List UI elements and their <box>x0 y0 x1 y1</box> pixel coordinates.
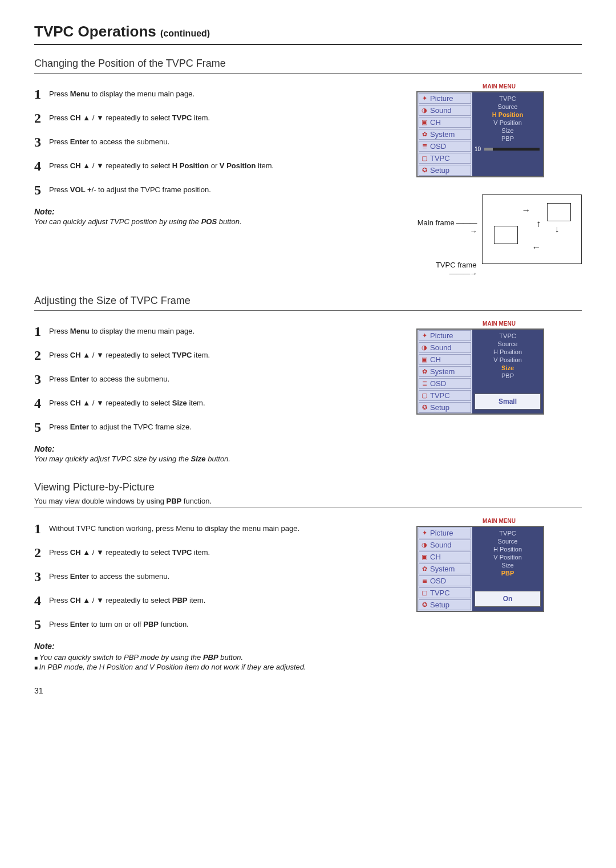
size-result: Small <box>475 394 541 409</box>
page-title: TVPC Operations (continued) <box>34 23 582 45</box>
step-text: Press CH ▲ / ▼ repeatedly to select H Po… <box>49 159 274 170</box>
position-slider: 10 <box>475 146 541 152</box>
note-label: Note: <box>34 207 403 216</box>
menu-mock-pbp: MAIN MENU ✦Picture ◑Sound ▣CH ✿System ≣O… <box>416 516 582 612</box>
osd-icon: ≣ <box>420 143 428 151</box>
menu-header: MAIN MENU <box>416 516 582 526</box>
menu-mock-position: MAIN MENU ✦Picture ◑Sound ▣CH ✿System ≣O… <box>416 82 582 177</box>
divider <box>34 508 582 508</box>
tvpc-frame-label: TVPC frame <box>416 261 476 278</box>
menu-mock-size: MAIN MENU ✦Picture ◑Sound ▣CH ✿System ≣O… <box>416 319 582 415</box>
frame-diagram: → → → → <box>482 194 582 264</box>
system-icon: ✿ <box>420 565 428 573</box>
step-text: Without TVPC function working, press Men… <box>49 522 299 533</box>
picture-icon: ✦ <box>420 95 428 103</box>
divider <box>34 73 582 74</box>
step-number: 3 <box>34 135 49 149</box>
step-number: 4 <box>34 159 49 173</box>
tvpc-icon: ▢ <box>420 589 428 597</box>
note-label: Note: <box>34 444 403 453</box>
step-text: Press Enter to turn on or off PBP functi… <box>49 618 189 628</box>
step-text: Press VOL +/- to adjust the TVPC frame p… <box>49 183 211 194</box>
step-number: 4 <box>34 594 49 607</box>
note-bullets: You can quickly switch to PBP mode by us… <box>34 653 403 671</box>
osd-icon: ≣ <box>420 380 428 388</box>
arrow-down-icon: → <box>552 225 562 234</box>
tvpc-icon: ▢ <box>420 392 428 400</box>
main-frame-box <box>547 203 571 221</box>
menu-header: MAIN MENU <box>416 82 582 91</box>
frame-labels: Main frame TVPC frame <box>416 194 476 282</box>
setup-icon: ✪ <box>420 404 428 412</box>
setup-icon: ✪ <box>420 167 428 175</box>
divider <box>34 310 582 311</box>
setup-icon: ✪ <box>420 601 428 609</box>
arrow-left-icon: → <box>532 243 541 253</box>
section-heading-pbp: Viewing Picture-by-Picture <box>34 481 582 493</box>
step-number: 1 <box>34 87 49 101</box>
step-number: 5 <box>34 183 49 197</box>
ch-icon: ▣ <box>420 553 428 561</box>
step-text: Press Enter to access the submenu. <box>49 372 169 383</box>
note-text: You may quickly adjust TVPC size by usin… <box>34 455 403 463</box>
picture-icon: ✦ <box>420 332 428 340</box>
menu-header: MAIN MENU <box>416 319 582 328</box>
step-text: Press Enter to access the submenu. <box>49 570 169 581</box>
step-text: Press Enter to access the submenu. <box>49 135 169 146</box>
step-number: 3 <box>34 372 49 386</box>
section-heading-position: Changing the Position of the TVPC Frame <box>34 58 582 70</box>
title-continued: (continued) <box>160 29 210 38</box>
ch-icon: ▣ <box>420 119 428 127</box>
step-number: 1 <box>34 325 49 338</box>
arrow-right-icon: → <box>521 205 530 216</box>
note-label: Note: <box>34 642 403 651</box>
sound-icon: ◑ <box>420 541 428 549</box>
submenu-pbp: TVPC Source H Position V Position Size P… <box>472 527 543 611</box>
pbp-intro: You may view double windows by using PBP… <box>34 497 582 505</box>
page-number: 31 <box>34 686 582 695</box>
arrow-up-icon: → <box>533 220 544 229</box>
submenu-size: TVPC Source H Position V Position Size P… <box>472 330 543 413</box>
steps-pbp: 1Without TVPC function working, press Me… <box>34 522 403 631</box>
sound-icon: ◑ <box>420 344 428 352</box>
menu-left-list: ✦Picture ◑Sound ▣CH ✿System ≣OSD ▢TVPC ✪… <box>418 330 472 413</box>
main-frame-label: Main frame <box>416 218 476 236</box>
step-number: 1 <box>34 522 49 536</box>
section-heading-size: Adjusting the Size of TVPC Frame <box>34 295 582 307</box>
step-number: 2 <box>34 348 49 362</box>
step-text: Press CH ▲ / ▼ repeatedly to select PBP … <box>49 594 205 605</box>
step-text: Press CH ▲ / ▼ repeatedly to select TVPC… <box>49 111 210 122</box>
picture-icon: ✦ <box>420 529 428 537</box>
step-text: Press CH ▲ / ▼ repeatedly to select Size… <box>49 396 205 407</box>
step-text: Press Menu to display the menu main page… <box>49 325 194 335</box>
note-text: You can quickly adjust TVPC position by … <box>34 217 403 226</box>
note-item: In PBP mode, the H Position and V Positi… <box>34 663 403 671</box>
step-number: 3 <box>34 570 49 583</box>
steps-size: 1Press Menu to display the menu main pag… <box>34 325 403 434</box>
step-number: 5 <box>34 420 49 434</box>
step-text: Press Enter to adjust the TVPC frame siz… <box>49 420 192 431</box>
ch-icon: ▣ <box>420 356 428 364</box>
menu-left-list: ✦Picture ◑Sound ▣CH ✿System ≣OSD ▢TVPC ✪… <box>418 527 472 611</box>
title-text: TVPC Operations <box>34 23 156 40</box>
pbp-result: On <box>475 591 541 607</box>
note-item: You can quickly switch to PBP mode by us… <box>34 653 403 662</box>
tvpc-icon: ▢ <box>420 155 428 163</box>
step-number: 5 <box>34 618 49 631</box>
step-text: Press Menu to display the menu main page… <box>49 87 194 98</box>
sound-icon: ◑ <box>420 107 428 115</box>
osd-icon: ≣ <box>420 577 428 585</box>
submenu-position: TVPC Source H Position V Position Size P… <box>472 92 543 176</box>
step-number: 4 <box>34 396 49 410</box>
step-number: 2 <box>34 111 49 125</box>
system-icon: ✿ <box>420 131 428 139</box>
menu-left-list: ✦Picture ◑Sound ▣CH ✿System ≣OSD ▢TVPC ✪… <box>418 92 472 176</box>
step-number: 2 <box>34 546 49 559</box>
steps-position: 1Press Menu to display the menu main pag… <box>34 87 403 197</box>
step-text: Press CH ▲ / ▼ repeatedly to select TVPC… <box>49 348 210 359</box>
system-icon: ✿ <box>420 368 428 376</box>
tvpc-frame-box <box>494 226 518 244</box>
step-text: Press CH ▲ / ▼ repeatedly to select TVPC… <box>49 546 210 557</box>
